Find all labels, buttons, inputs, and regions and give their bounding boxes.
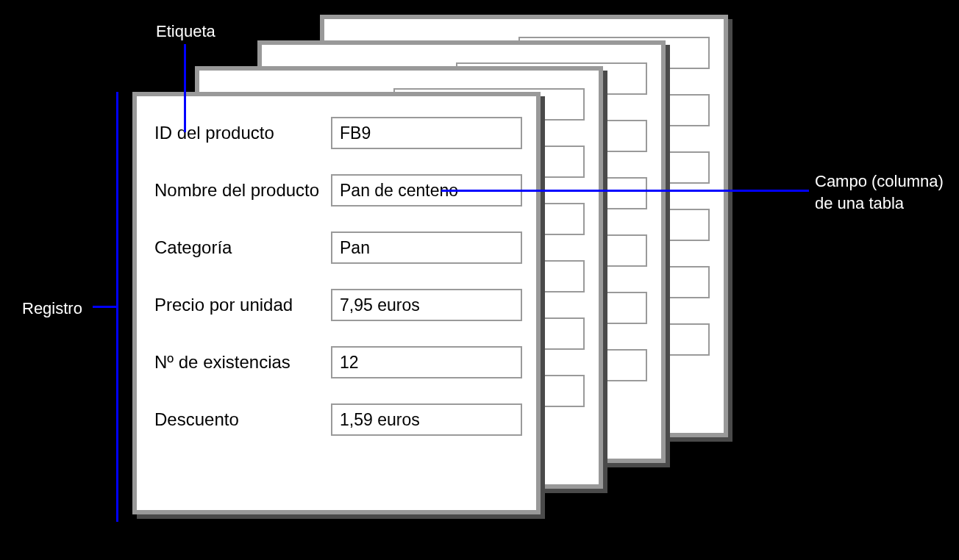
callout-line-right <box>441 190 809 192</box>
value-category: Pan <box>331 231 522 264</box>
diagram-stage: ID del producto FB9 Nombre del producto … <box>0 0 959 560</box>
value-id: FB9 <box>331 117 522 149</box>
label-category: Categoría <box>154 237 331 258</box>
value-stock: 12 <box>331 346 522 378</box>
callout-text-right-line1: Campo (columna) <box>815 172 944 190</box>
record-card-front: ID del producto FB9 Nombre del producto … <box>132 92 541 514</box>
callout-line-top <box>184 44 186 132</box>
label-id: ID del producto <box>154 123 331 143</box>
form-row-stock: Nº de existencias 12 <box>154 346 524 378</box>
callout-bracket-left-tick <box>93 306 118 308</box>
callout-text-left: Registro <box>22 298 82 320</box>
label-price: Precio por unidad <box>154 295 331 315</box>
value-price: 7,95 euros <box>331 289 522 321</box>
form-row-category: Categoría Pan <box>154 231 524 264</box>
callout-text-right: Campo (columna) de una tabla <box>815 170 944 214</box>
label-discount: Descuento <box>154 409 331 430</box>
form-row-id: ID del producto FB9 <box>154 117 524 149</box>
callout-text-right-line2: de una tabla <box>815 194 904 212</box>
label-stock: Nº de existencias <box>154 352 331 373</box>
callout-text-top: Etiqueta <box>156 21 215 43</box>
value-discount: 1,59 euros <box>331 403 522 436</box>
label-name: Nombre del producto <box>154 180 331 201</box>
form-row-price: Precio por unidad 7,95 euros <box>154 289 524 321</box>
form-row-discount: Descuento 1,59 euros <box>154 403 524 436</box>
